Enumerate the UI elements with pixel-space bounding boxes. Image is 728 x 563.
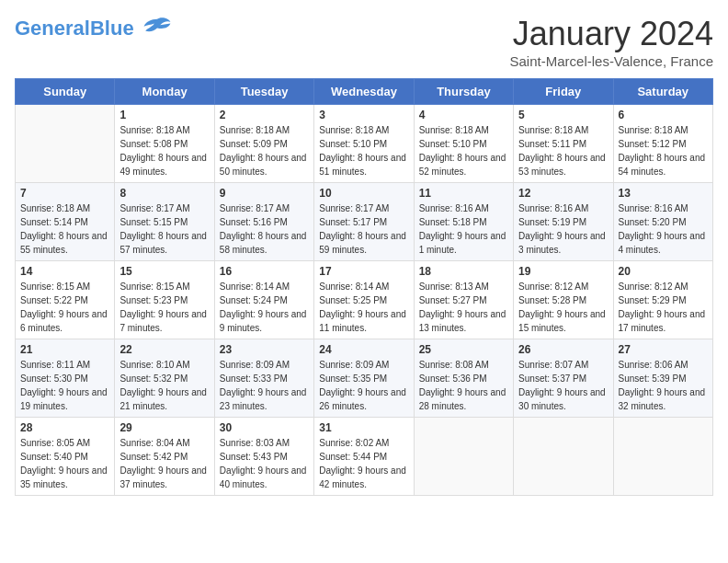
calendar-cell: 9Sunrise: 8:17 AMSunset: 5:16 PMDaylight… bbox=[214, 183, 313, 261]
day-info: Sunrise: 8:09 AMSunset: 5:33 PMDaylight:… bbox=[220, 358, 309, 413]
day-number: 19 bbox=[518, 265, 608, 278]
calendar-cell: 4Sunrise: 8:18 AMSunset: 5:10 PMDaylight… bbox=[414, 105, 513, 183]
calendar-cell: 1Sunrise: 8:18 AMSunset: 5:08 PMDaylight… bbox=[115, 105, 214, 183]
weekday-header-tuesday: Tuesday bbox=[214, 79, 313, 105]
day-info: Sunrise: 8:11 AMSunset: 5:30 PMDaylight:… bbox=[20, 358, 109, 413]
day-info: Sunrise: 8:12 AMSunset: 5:29 PMDaylight:… bbox=[619, 280, 708, 335]
day-info: Sunrise: 8:09 AMSunset: 5:35 PMDaylight:… bbox=[319, 358, 408, 413]
logo-general: General bbox=[15, 17, 90, 40]
logo-blue: Blue bbox=[90, 17, 134, 40]
day-number: 7 bbox=[20, 187, 109, 200]
day-info: Sunrise: 8:05 AMSunset: 5:40 PMDaylight:… bbox=[20, 436, 109, 491]
weekday-header-row: SundayMondayTuesdayWednesdayThursdayFrid… bbox=[16, 79, 713, 105]
day-info: Sunrise: 8:10 AMSunset: 5:32 PMDaylight:… bbox=[119, 358, 209, 413]
day-number: 25 bbox=[419, 343, 508, 356]
calendar-cell: 16Sunrise: 8:14 AMSunset: 5:24 PMDayligh… bbox=[214, 261, 313, 339]
day-info: Sunrise: 8:15 AMSunset: 5:22 PMDaylight:… bbox=[20, 280, 109, 335]
calendar-cell: 19Sunrise: 8:12 AMSunset: 5:28 PMDayligh… bbox=[514, 261, 613, 339]
calendar-cell: 27Sunrise: 8:06 AMSunset: 5:39 PMDayligh… bbox=[613, 339, 712, 418]
day-info: Sunrise: 8:16 AMSunset: 5:18 PMDaylight:… bbox=[419, 201, 508, 257]
day-number: 8 bbox=[119, 187, 209, 200]
day-number: 2 bbox=[220, 109, 309, 121]
calendar-cell bbox=[16, 105, 115, 183]
calendar-cell: 5Sunrise: 8:18 AMSunset: 5:11 PMDaylight… bbox=[514, 105, 613, 183]
day-number: 28 bbox=[20, 421, 109, 434]
day-number: 11 bbox=[419, 187, 508, 200]
day-number: 24 bbox=[319, 343, 408, 356]
calendar-cell: 26Sunrise: 8:07 AMSunset: 5:37 PMDayligh… bbox=[514, 339, 613, 418]
day-number: 27 bbox=[619, 343, 708, 356]
calendar-cell: 13Sunrise: 8:16 AMSunset: 5:20 PMDayligh… bbox=[613, 183, 712, 261]
location-subtitle: Saint-Marcel-les-Valence, France bbox=[510, 53, 713, 69]
logo: GeneralBlue bbox=[15, 15, 172, 44]
calendar-cell: 15Sunrise: 8:15 AMSunset: 5:23 PMDayligh… bbox=[115, 261, 214, 339]
day-info: Sunrise: 8:18 AMSunset: 5:10 PMDaylight:… bbox=[319, 123, 408, 178]
calendar-cell: 18Sunrise: 8:13 AMSunset: 5:27 PMDayligh… bbox=[414, 261, 513, 339]
day-number: 18 bbox=[419, 265, 508, 278]
day-info: Sunrise: 8:07 AMSunset: 5:37 PMDaylight:… bbox=[518, 358, 608, 413]
page-header: GeneralBlue January 2024 Saint-Marcel-le… bbox=[15, 15, 713, 69]
day-number: 1 bbox=[119, 109, 209, 121]
weekday-header-friday: Friday bbox=[514, 79, 613, 105]
calendar-cell bbox=[414, 418, 513, 496]
day-number: 21 bbox=[20, 343, 109, 356]
day-number: 5 bbox=[518, 109, 608, 121]
calendar-cell: 10Sunrise: 8:17 AMSunset: 5:17 PMDayligh… bbox=[314, 183, 414, 261]
calendar-week-row: 7Sunrise: 8:18 AMSunset: 5:14 PMDaylight… bbox=[16, 183, 713, 261]
day-number: 23 bbox=[220, 343, 309, 356]
day-info: Sunrise: 8:13 AMSunset: 5:27 PMDaylight:… bbox=[419, 280, 508, 335]
calendar-cell: 24Sunrise: 8:09 AMSunset: 5:35 PMDayligh… bbox=[314, 339, 414, 418]
day-info: Sunrise: 8:18 AMSunset: 5:09 PMDaylight:… bbox=[220, 123, 309, 178]
calendar-cell: 20Sunrise: 8:12 AMSunset: 5:29 PMDayligh… bbox=[613, 261, 712, 339]
day-info: Sunrise: 8:14 AMSunset: 5:24 PMDaylight:… bbox=[220, 280, 309, 335]
calendar-cell: 31Sunrise: 8:02 AMSunset: 5:44 PMDayligh… bbox=[314, 418, 414, 496]
calendar-week-row: 1Sunrise: 8:18 AMSunset: 5:08 PMDaylight… bbox=[16, 105, 713, 183]
calendar-cell: 22Sunrise: 8:10 AMSunset: 5:32 PMDayligh… bbox=[115, 339, 214, 418]
calendar-cell: 11Sunrise: 8:16 AMSunset: 5:18 PMDayligh… bbox=[414, 183, 513, 261]
calendar-cell bbox=[514, 418, 613, 496]
calendar-table: SundayMondayTuesdayWednesdayThursdayFrid… bbox=[15, 78, 713, 496]
day-info: Sunrise: 8:18 AMSunset: 5:12 PMDaylight:… bbox=[619, 123, 708, 178]
calendar-week-row: 21Sunrise: 8:11 AMSunset: 5:30 PMDayligh… bbox=[16, 339, 713, 418]
day-info: Sunrise: 8:14 AMSunset: 5:25 PMDaylight:… bbox=[319, 280, 408, 335]
day-info: Sunrise: 8:16 AMSunset: 5:20 PMDaylight:… bbox=[619, 201, 708, 257]
day-info: Sunrise: 8:15 AMSunset: 5:23 PMDaylight:… bbox=[119, 280, 209, 335]
day-number: 15 bbox=[119, 265, 209, 278]
calendar-cell: 8Sunrise: 8:17 AMSunset: 5:15 PMDaylight… bbox=[115, 183, 214, 261]
calendar-cell: 17Sunrise: 8:14 AMSunset: 5:25 PMDayligh… bbox=[314, 261, 414, 339]
day-number: 9 bbox=[220, 187, 309, 200]
calendar-week-row: 28Sunrise: 8:05 AMSunset: 5:40 PMDayligh… bbox=[16, 418, 713, 496]
day-info: Sunrise: 8:03 AMSunset: 5:43 PMDaylight:… bbox=[220, 436, 309, 491]
day-info: Sunrise: 8:04 AMSunset: 5:42 PMDaylight:… bbox=[119, 436, 209, 491]
day-number: 10 bbox=[319, 187, 408, 200]
day-info: Sunrise: 8:16 AMSunset: 5:19 PMDaylight:… bbox=[518, 201, 608, 257]
day-number: 16 bbox=[220, 265, 309, 278]
day-number: 30 bbox=[220, 421, 309, 434]
day-info: Sunrise: 8:17 AMSunset: 5:17 PMDaylight:… bbox=[319, 201, 408, 257]
weekday-header-thursday: Thursday bbox=[414, 79, 513, 105]
calendar-cell: 25Sunrise: 8:08 AMSunset: 5:36 PMDayligh… bbox=[414, 339, 513, 418]
day-info: Sunrise: 8:18 AMSunset: 5:14 PMDaylight:… bbox=[20, 201, 109, 257]
title-section: January 2024 Saint-Marcel-les-Valence, F… bbox=[510, 15, 713, 69]
day-info: Sunrise: 8:08 AMSunset: 5:36 PMDaylight:… bbox=[419, 358, 508, 413]
day-info: Sunrise: 8:06 AMSunset: 5:39 PMDaylight:… bbox=[619, 358, 708, 413]
day-number: 20 bbox=[619, 265, 708, 278]
day-number: 17 bbox=[319, 265, 408, 278]
day-number: 29 bbox=[119, 421, 209, 434]
calendar-cell: 28Sunrise: 8:05 AMSunset: 5:40 PMDayligh… bbox=[16, 418, 115, 496]
weekday-header-monday: Monday bbox=[115, 79, 214, 105]
day-number: 13 bbox=[619, 187, 708, 200]
weekday-header-sunday: Sunday bbox=[16, 79, 115, 105]
day-info: Sunrise: 8:18 AMSunset: 5:11 PMDaylight:… bbox=[518, 123, 608, 178]
day-number: 12 bbox=[518, 187, 608, 200]
calendar-week-row: 14Sunrise: 8:15 AMSunset: 5:22 PMDayligh… bbox=[16, 261, 713, 339]
calendar-cell: 7Sunrise: 8:18 AMSunset: 5:14 PMDaylight… bbox=[16, 183, 115, 261]
day-info: Sunrise: 8:12 AMSunset: 5:28 PMDaylight:… bbox=[518, 280, 608, 335]
calendar-cell bbox=[613, 418, 712, 496]
month-title: January 2024 bbox=[510, 15, 713, 53]
weekday-header-wednesday: Wednesday bbox=[314, 79, 414, 105]
day-number: 31 bbox=[319, 421, 408, 434]
calendar-cell: 12Sunrise: 8:16 AMSunset: 5:19 PMDayligh… bbox=[514, 183, 613, 261]
calendar-cell: 2Sunrise: 8:18 AMSunset: 5:09 PMDaylight… bbox=[214, 105, 313, 183]
day-number: 14 bbox=[20, 265, 109, 278]
